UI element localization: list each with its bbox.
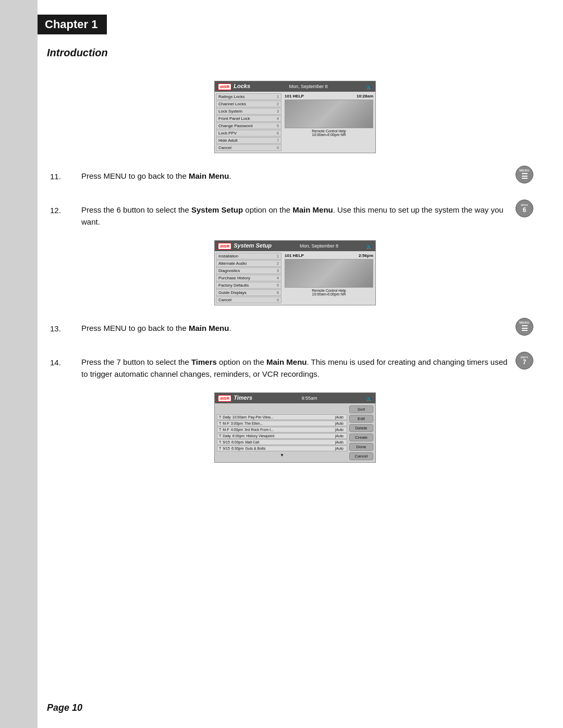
- timer-row: T9/156:00pmMall Call|Auto: [217, 439, 347, 445]
- step-14-text: Press the 7 button to select the Timers …: [81, 356, 509, 380]
- step-12: 12. Press the 6 button to select the Sys…: [50, 204, 509, 228]
- system-menu-item: Installation1: [216, 253, 282, 260]
- step-13-number: 13.: [50, 322, 81, 335]
- system-setup-help-image: [285, 259, 373, 288]
- step-14-main: 14. Press the 7 button to select the Tim…: [50, 349, 509, 388]
- locks-help-channel: 101 HELP: [285, 94, 304, 98]
- intro-heading: Introduction: [47, 47, 108, 59]
- step-12-main: 12. Press the 6 button to select the Sys…: [50, 196, 509, 236]
- page-footer: Page 10: [47, 702, 82, 713]
- timer-row: TM-F4:00pm3rd Rock From t...|Auto: [217, 427, 347, 433]
- system-menu-item: Alternate Audio2: [216, 260, 282, 267]
- timers-action-button[interactable]: Edit: [349, 415, 373, 423]
- timers-logo: diSRTimers: [218, 394, 252, 402]
- locks-screenshot-header: diSRLocks Mon, September 8 📺: [215, 81, 375, 92]
- system-setup-logo: diSRSystem Setup: [218, 242, 272, 250]
- locks-help-footer: Remote Control Help10:00am-6:00pm NR: [285, 129, 373, 137]
- timer-row: TM-F3:00pmThe Ellen...|Auto: [217, 421, 347, 426]
- timers-body: TDaily10:00amPay-Per-View...|AutoTM-F3:0…: [215, 403, 375, 462]
- system-setup-screenshot-container: diSRSystem Setup Mon, September 8 📺 Inst…: [50, 240, 540, 305]
- step-13: 13. Press MENU to go back to the Main Me…: [50, 322, 509, 335]
- timers-screenshot: diSRTimers 9:55am 📺 TDaily10:00amPay-Per…: [214, 392, 376, 463]
- timers-scroll-indicator: ▼: [217, 452, 347, 458]
- system-menu-item: Factory Defaults5: [216, 282, 282, 289]
- step-14-icons: pqrs 7: [509, 349, 540, 371]
- timers-buttons: SortEditDeleteCreateDoneCancel: [349, 405, 373, 460]
- locks-screenshot-container: diSRLocks Mon, September 8 📺 Ratings Loc…: [50, 81, 540, 153]
- timers-list: TDaily10:00amPay-Per-View...|AutoTM-F3:0…: [217, 405, 347, 460]
- timers-action-button[interactable]: Create: [349, 434, 373, 441]
- timers-screenshot-container: diSRTimers 9:55am 📺 TDaily10:00amPay-Per…: [50, 392, 540, 463]
- step-14-number: 14.: [50, 356, 81, 369]
- number-7-button-icon: pqrs 7: [516, 352, 533, 369]
- step-11-number: 11.: [50, 170, 81, 183]
- locks-menu-item: Channel Locks2: [216, 101, 282, 107]
- locks-help-header: 101 HELP 10:28am: [285, 94, 373, 98]
- timer-row: T9/156:30pmGuts & Bolts|Auto: [217, 446, 347, 451]
- step-12-number: 12.: [50, 204, 81, 217]
- step-11-icons: MENU ☰: [509, 163, 540, 184]
- step-11: 11. Press MENU to go back to the Main Me…: [50, 170, 509, 183]
- system-menu-item: Diagnostics3: [216, 267, 282, 274]
- locks-screenshot: diSRLocks Mon, September 8 📺 Ratings Loc…: [214, 81, 376, 153]
- system-setup-help-time: 2:56pm: [359, 253, 373, 258]
- system-menu-item: Cancel0: [216, 297, 282, 303]
- system-setup-right-panel: 101 HELP 2:56pm Remote Control Help10:00…: [283, 251, 375, 305]
- timers-action-button[interactable]: Sort: [349, 405, 373, 413]
- step-12-row: 12. Press the 6 button to select the Sys…: [50, 196, 540, 236]
- system-setup-help-header: 101 HELP 2:56pm: [285, 253, 373, 258]
- locks-logo: diSRLocks: [218, 83, 250, 90]
- locks-menu-item: Ratings Locks1: [216, 93, 282, 100]
- step-12-text: Press the 6 button to select the System …: [81, 204, 509, 228]
- chapter-header: Chapter 1: [38, 15, 107, 34]
- left-sidebar-bar: [0, 0, 38, 728]
- system-setup-header: diSRSystem Setup Mon, September 8 📺: [215, 241, 375, 251]
- number-6-button-icon: mno 6: [516, 200, 533, 217]
- timers-action-button[interactable]: Delete: [349, 424, 373, 432]
- locks-menu-item: Hide Adult7: [216, 137, 282, 144]
- step-11-text: Press MENU to go back to the Main Menu.: [81, 170, 509, 182]
- system-setup-clock-icon: 📺: [366, 243, 372, 249]
- menu-button-icon-13: MENU ☰: [516, 318, 533, 336]
- system-menu-item: Guide Displays6: [216, 289, 282, 296]
- menu-button-icon-11: MENU ☰: [516, 166, 533, 183]
- system-setup-date: Mon, September 8: [300, 243, 338, 249]
- locks-clock-icon: 📺: [366, 84, 372, 89]
- locks-help-image-inner: [285, 100, 373, 128]
- main-content: diSRLocks Mon, September 8 📺 Ratings Loc…: [38, 76, 553, 472]
- locks-date: Mon, September 8: [289, 84, 327, 89]
- timers-header: diSRTimers 9:55am 📺: [215, 393, 375, 403]
- locks-help-time: 10:28am: [357, 94, 373, 98]
- timers-action-button[interactable]: Cancel: [349, 452, 373, 460]
- locks-menu-item: Front Panel Lock4: [216, 115, 282, 122]
- locks-menu-item: Lock PPV6: [216, 130, 282, 137]
- locks-body: Ratings Locks1Channel Locks2Lock System3…: [215, 92, 375, 153]
- timer-row: TDaily6:00pmHistory Viewpoint|Auto: [217, 433, 347, 439]
- system-menu-item: Purchase History4: [216, 275, 282, 281]
- step-14-row: 14. Press the 7 button to select the Tim…: [50, 349, 540, 388]
- step-12-icons: mno 6: [509, 196, 540, 218]
- timer-row: TDaily10:00amPay-Per-View...|Auto: [217, 414, 347, 420]
- locks-help-image: [285, 100, 373, 128]
- system-setup-menu: Installation1Alternate Audio2Diagnostics…: [215, 251, 283, 305]
- system-setup-help-image-inner: [285, 260, 373, 287]
- step-14: 14. Press the 7 button to select the Tim…: [50, 356, 509, 380]
- system-setup-screenshot: diSRSystem Setup Mon, September 8 📺 Inst…: [214, 240, 376, 305]
- system-setup-help-channel: 101 HELP: [285, 253, 304, 258]
- timers-action-button[interactable]: Done: [349, 443, 373, 451]
- locks-menu-item: Change Password5: [216, 122, 282, 129]
- system-setup-body: Installation1Alternate Audio2Diagnostics…: [215, 251, 375, 305]
- locks-menu-item: Cancel0: [216, 144, 282, 151]
- step-13-text: Press MENU to go back to the Main Menu.: [81, 322, 509, 334]
- timers-clock-icon: 📺: [366, 396, 372, 401]
- step-13-main: 13. Press MENU to go back to the Main Me…: [50, 315, 509, 342]
- timers-time: 9:55am: [302, 396, 317, 401]
- system-setup-help-footer: Remote Control Help10:00am-6:00pm NR: [285, 289, 373, 296]
- locks-menu-item: Lock System3: [216, 108, 282, 115]
- step-13-row: 13. Press MENU to go back to the Main Me…: [50, 315, 540, 342]
- step-11-row: 11. Press MENU to go back to the Main Me…: [50, 163, 540, 190]
- locks-menu: Ratings Locks1Channel Locks2Lock System3…: [215, 92, 283, 153]
- step-11-main: 11. Press MENU to go back to the Main Me…: [50, 163, 509, 190]
- step-13-icons: MENU ☰: [509, 315, 540, 337]
- locks-right-panel: 101 HELP 10:28am Remote Control Help10:0…: [283, 92, 375, 153]
